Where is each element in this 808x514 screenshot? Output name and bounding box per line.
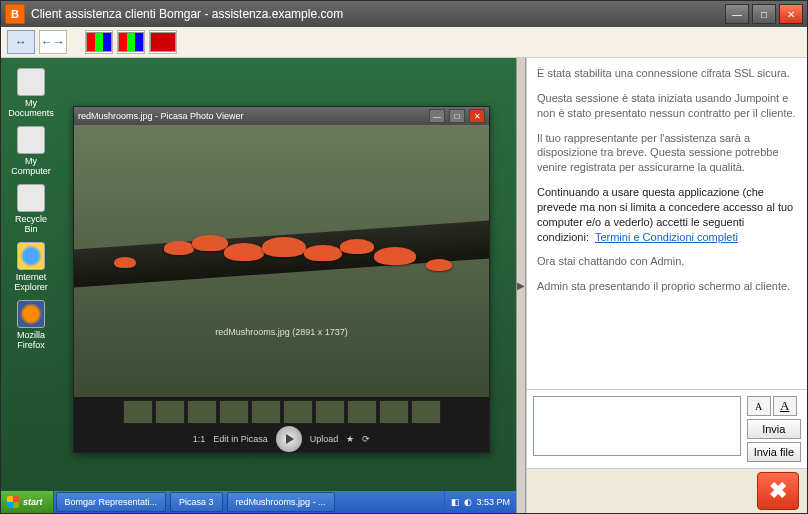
viewer-maximize-button[interactable]: □	[449, 109, 465, 123]
chat-message: Il tuo rappresentante per l'assistenza s…	[537, 131, 797, 176]
remote-screen-view[interactable]: My Documents My Computer Recycle Bin Int…	[1, 58, 516, 513]
send-button[interactable]: Invia	[747, 419, 801, 439]
viewer-close-button[interactable]: ✕	[469, 109, 485, 123]
chat-message: Continuando a usare questa applicazione …	[537, 185, 797, 244]
photo-area: redMushrooms.jpg (2891 x 1737)	[74, 125, 489, 397]
chat-log: È stata stabilita una connessione cifrat…	[527, 58, 807, 389]
thumb[interactable]	[123, 400, 153, 424]
taskbar-task[interactable]: Bomgar Representati...	[56, 492, 167, 512]
thumb[interactable]	[251, 400, 281, 424]
rotate-icon[interactable]: ⟳	[362, 434, 370, 444]
send-file-button[interactable]: Invia file	[747, 442, 801, 462]
photo-caption: redMushrooms.jpg (2891 x 1737)	[74, 327, 489, 337]
taskbar-task[interactable]: Picasa 3	[170, 492, 223, 512]
font-large-button[interactable]: A	[773, 396, 797, 416]
chat-input[interactable]	[533, 396, 741, 456]
desktop-icon-my-documents[interactable]: My Documents	[9, 68, 53, 118]
window-title: Client assistenza clienti Bomgar - assis…	[31, 7, 725, 21]
filmstrip[interactable]	[74, 397, 489, 426]
desktop-icon-recycle-bin[interactable]: Recycle Bin	[9, 184, 53, 234]
photo-viewer-title: redMushrooms.jpg - Picasa Photo Viewer	[78, 111, 243, 121]
thumb[interactable]	[347, 400, 377, 424]
maximize-button[interactable]: □	[752, 4, 776, 24]
tray-icon[interactable]: ◧	[451, 497, 460, 507]
photo-viewer-titlebar[interactable]: redMushrooms.jpg - Picasa Photo Viewer —…	[74, 107, 489, 125]
font-small-button[interactable]: A	[747, 396, 771, 416]
play-button[interactable]	[276, 426, 302, 452]
thumb[interactable]	[155, 400, 185, 424]
fit-both-button[interactable]: ↔	[7, 30, 35, 54]
pane-divider[interactable]: ▶	[516, 58, 526, 513]
photo-viewer-window[interactable]: redMushrooms.jpg - Picasa Photo Viewer —…	[73, 106, 490, 453]
photo-viewer-controls: 1:1 Edit in Picasa Upload ★ ⟳	[74, 397, 489, 452]
ratio-button[interactable]: 1:1	[193, 434, 206, 444]
close-button[interactable]: ✕	[779, 4, 803, 24]
toolbar: ↔ ←→	[1, 27, 807, 58]
tray-icon[interactable]: ◐	[464, 497, 472, 507]
chat-message: È stata stabilita una connessione cifrat…	[537, 66, 797, 81]
bottom-bar: ✖	[527, 468, 807, 513]
desktop-icon-my-computer[interactable]: My Computer	[9, 126, 53, 176]
thumb[interactable]	[283, 400, 313, 424]
chat-message: Admin sta presentando il proprio schermo…	[537, 279, 797, 294]
chat-input-area: A A Invia Invia file	[527, 389, 807, 468]
color-red-button[interactable]	[149, 30, 177, 54]
desktop-icon-mozilla-firefox[interactable]: Mozilla Firefox	[9, 300, 53, 350]
thumb[interactable]	[315, 400, 345, 424]
titlebar[interactable]: B Client assistenza clienti Bomgar - ass…	[1, 1, 807, 27]
remote-desktop: My Documents My Computer Recycle Bin Int…	[1, 58, 516, 513]
app-icon: B	[5, 4, 25, 24]
color-rgb2-button[interactable]	[117, 30, 145, 54]
taskbar[interactable]: start Bomgar Representati... Picasa 3 re…	[1, 491, 516, 513]
end-session-button[interactable]: ✖	[757, 472, 799, 510]
star-icon[interactable]: ★	[346, 434, 354, 444]
chat-message: Questa sessione è stata iniziata usando …	[537, 91, 797, 121]
thumb[interactable]	[411, 400, 441, 424]
edit-in-picasa-button[interactable]: Edit in Picasa	[213, 434, 268, 444]
tray-clock: 3:53 PM	[476, 497, 510, 507]
minimize-button[interactable]: —	[725, 4, 749, 24]
viewer-minimize-button[interactable]: —	[429, 109, 445, 123]
thumb[interactable]	[219, 400, 249, 424]
upload-button[interactable]: Upload	[310, 434, 339, 444]
color-rgb-button[interactable]	[85, 30, 113, 54]
app-window: B Client assistenza clienti Bomgar - ass…	[0, 0, 808, 514]
terms-link[interactable]: Termini e Condizioni completi	[595, 231, 738, 243]
thumb[interactable]	[187, 400, 217, 424]
fit-width-button[interactable]: ←→	[39, 30, 67, 54]
start-button[interactable]: start	[1, 491, 54, 513]
thumb[interactable]	[379, 400, 409, 424]
taskbar-task[interactable]: redMushrooms.jpg - ...	[227, 492, 335, 512]
chat-message: Ora stai chattando con Admin.	[537, 254, 797, 269]
system-tray[interactable]: ◧ ◐ 3:53 PM	[444, 491, 516, 513]
desktop-icon-internet-explorer[interactable]: Internet Explorer	[9, 242, 53, 292]
chat-panel: È stata stabilita una connessione cifrat…	[526, 58, 807, 513]
